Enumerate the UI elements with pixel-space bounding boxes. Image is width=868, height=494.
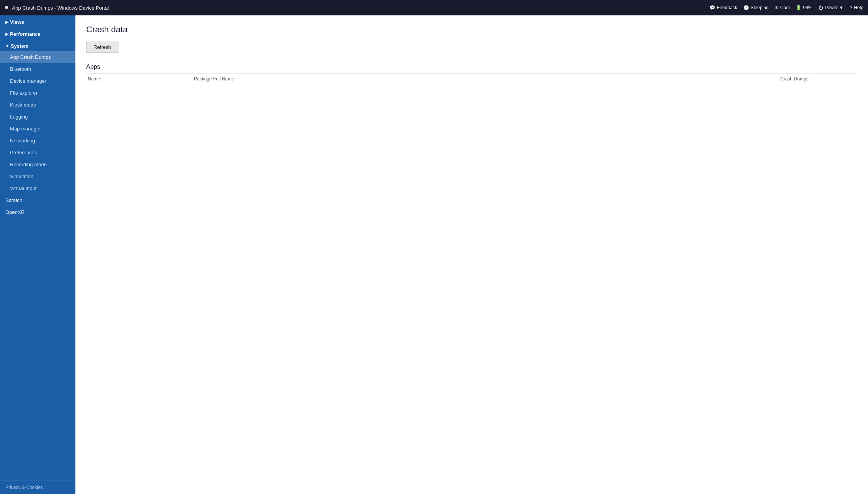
column-name-header: Name <box>86 76 194 82</box>
sidebar-item-virtual-input[interactable]: Virtual Input <box>0 182 75 194</box>
sidebar: ◀ ▶ Views ▶ Performance ▼ System App Cra… <box>0 15 75 494</box>
column-crash-header: Crash Dumps <box>780 76 857 82</box>
sidebar-item-device-manager[interactable]: Device manager <box>0 75 75 87</box>
refresh-button[interactable]: Refresh <box>86 42 119 53</box>
sidebar-footer: Privacy & Cookies <box>0 481 75 494</box>
sidebar-collapse-button[interactable]: ◀ <box>72 19 75 28</box>
power-status[interactable]: ⏻ Power ▼ <box>818 5 843 10</box>
sidebar-section-performance[interactable]: ▶ Performance <box>0 27 75 39</box>
table-header: Name Package Full Name Crash Dumps <box>86 74 857 84</box>
sidebar-item-networking[interactable]: Networking <box>0 135 75 147</box>
status-bar: 💬 Feedback 🕐 Sleeping ❄ Cool 🔋 99% ⏻ Pow… <box>709 5 863 10</box>
sidebar-section-system[interactable]: ▼ System <box>0 39 75 51</box>
sidebar-system-label: System <box>11 43 28 49</box>
sidebar-item-app-crash-dumps[interactable]: App Crash Dumps <box>0 51 75 63</box>
sidebar-item-bluetooth[interactable]: Bluetooth <box>0 63 75 75</box>
sidebar-item-scratch[interactable]: Scratch <box>0 194 75 206</box>
apps-table: Name Package Full Name Crash Dumps <box>86 73 857 84</box>
performance-arrow-icon: ▶ <box>5 32 8 36</box>
help-icon: ? <box>850 5 853 10</box>
apps-section-title: Apps <box>86 63 857 70</box>
feedback-status[interactable]: 💬 Feedback <box>709 5 737 10</box>
feedback-icon: 💬 <box>709 5 715 10</box>
sidebar-item-kiosk-mode[interactable]: Kiosk mode <box>0 99 75 111</box>
sleeping-icon: 🕐 <box>743 5 749 10</box>
titlebar: ≡ App Crash Dumps - Windows Device Porta… <box>0 0 868 15</box>
views-arrow-icon: ▶ <box>5 20 8 24</box>
sidebar-item-recording-mode[interactable]: Recording mode <box>0 159 75 170</box>
power-label: Power ▼ <box>825 5 843 10</box>
cool-icon: ❄ <box>775 5 779 10</box>
page-title: Crash data <box>86 25 857 35</box>
window-title: App Crash Dumps - Windows Device Portal <box>12 5 709 11</box>
content-area: Crash data Refresh Apps Name Package Ful… <box>75 15 868 494</box>
system-arrow-icon: ▼ <box>5 44 9 48</box>
sidebar-item-preferences[interactable]: Preferences <box>0 147 75 159</box>
cool-status: ❄ Cool <box>775 5 790 10</box>
battery-icon: 🔋 <box>796 5 801 10</box>
privacy-cookies-link[interactable]: Privacy & Cookies <box>5 485 43 490</box>
sidebar-views-label: Views <box>10 19 24 25</box>
power-icon: ⏻ <box>818 5 823 10</box>
sleeping-status: 🕐 Sleeping <box>743 5 769 10</box>
sidebar-item-simulation[interactable]: Simulation <box>0 170 75 182</box>
sidebar-item-logging[interactable]: Logging <box>0 111 75 123</box>
battery-label: 99% <box>803 5 812 10</box>
feedback-label: Feedback <box>717 5 737 10</box>
help-label: Help <box>854 5 863 10</box>
cool-label: Cool <box>780 5 790 10</box>
sleeping-label: Sleeping <box>751 5 769 10</box>
battery-status: 🔋 99% <box>796 5 812 10</box>
main-layout: ◀ ▶ Views ▶ Performance ▼ System App Cra… <box>0 15 868 494</box>
column-package-header: Package Full Name <box>194 76 780 82</box>
sidebar-item-map-manager[interactable]: Map manager <box>0 123 75 135</box>
sidebar-performance-label: Performance <box>10 31 40 37</box>
menu-icon[interactable]: ≡ <box>5 4 8 11</box>
sidebar-item-file-explorer[interactable]: File explorer <box>0 87 75 99</box>
sidebar-section-views[interactable]: ▶ Views <box>0 15 75 27</box>
help-status[interactable]: ? Help <box>850 5 863 10</box>
sidebar-item-openxr[interactable]: OpenXR <box>0 206 75 218</box>
